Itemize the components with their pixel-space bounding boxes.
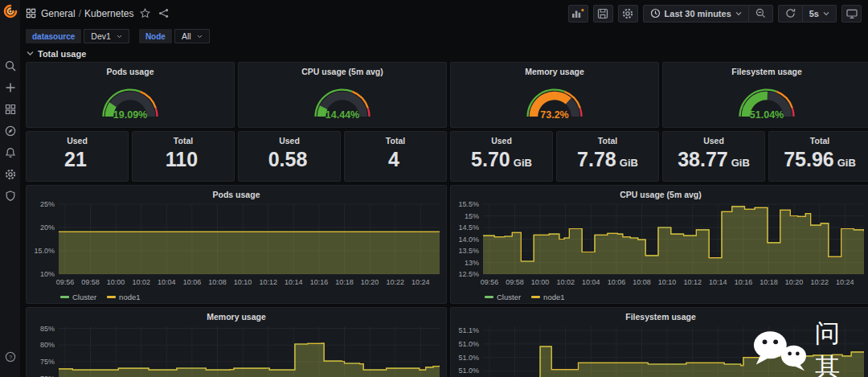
chevron-down-icon bbox=[117, 35, 122, 39]
panel-title[interactable]: Used bbox=[663, 132, 764, 145]
svg-text:51.0%: 51.0% bbox=[458, 367, 479, 375]
svg-text:73.2%: 73.2% bbox=[540, 109, 568, 121]
stat-value: 38.77GiB bbox=[663, 145, 764, 181]
panel-title[interactable]: Total bbox=[345, 132, 446, 145]
navbar: General / Kubernetes Last 30 minutes bbox=[20, 0, 868, 27]
svg-text:14.5%: 14.5% bbox=[458, 223, 479, 232]
panel-memory-usage-chart: Memory usage 85%80%75%70%09:5609:5810:00… bbox=[26, 307, 447, 377]
panel-title[interactable]: Total bbox=[769, 132, 868, 145]
svg-text:09:58: 09:58 bbox=[506, 278, 524, 286]
chart-row-2: Memory usage 85%80%75%70%09:5609:5810:00… bbox=[26, 307, 868, 377]
stat-value: 21 bbox=[27, 145, 128, 181]
cpu-usage-chart[interactable]: 15.5%15%14.5%14.0%13.5%13%12.5%09:5609:5… bbox=[451, 199, 868, 291]
svg-text:10:12: 10:12 bbox=[683, 278, 702, 286]
alerting-bell-icon[interactable] bbox=[0, 141, 20, 163]
time-controls: Last 30 minutes bbox=[643, 5, 773, 23]
explore-compass-icon[interactable] bbox=[0, 120, 20, 141]
create-plus-icon[interactable] bbox=[0, 76, 20, 98]
svg-text:51.0%: 51.0% bbox=[458, 354, 479, 362]
clock-icon bbox=[650, 8, 661, 18]
variable-node-select[interactable]: All bbox=[174, 29, 210, 43]
chart-legend: Clusternode1 bbox=[451, 291, 868, 302]
panel-title[interactable]: Used bbox=[27, 132, 128, 145]
search-icon[interactable] bbox=[0, 55, 20, 76]
panel-pods-usage-chart: Pods usage 25%20%15.0%10%09:5609:5810:00… bbox=[26, 185, 447, 304]
legend-item[interactable]: node1 bbox=[107, 293, 140, 301]
add-panel-icon[interactable] bbox=[568, 5, 588, 23]
panel-title[interactable]: Used bbox=[451, 132, 552, 145]
refresh-icon[interactable] bbox=[778, 5, 803, 23]
grafana-logo-icon[interactable] bbox=[3, 4, 18, 22]
refresh-controls: 5s bbox=[778, 5, 837, 23]
variable-datasource-select[interactable]: Dev1 bbox=[84, 29, 129, 43]
panel-title[interactable]: Total bbox=[557, 132, 658, 145]
stat-row: Used21 Total110 Used0.58 Total4 Used5.70… bbox=[26, 131, 868, 182]
star-icon[interactable] bbox=[138, 6, 152, 20]
dashboard-settings-gear-icon[interactable] bbox=[618, 5, 638, 23]
breadcrumb-folder[interactable]: General bbox=[41, 8, 76, 19]
panel-pods-total-stat: Total110 bbox=[132, 131, 235, 182]
configuration-gear-icon[interactable] bbox=[0, 163, 20, 185]
filesystem-usage-gauge: 51.04% bbox=[663, 76, 868, 123]
wechat-watermark: 问其 bbox=[752, 317, 868, 377]
panel-title[interactable]: Pods usage bbox=[27, 186, 446, 199]
svg-text:51.04%: 51.04% bbox=[750, 109, 784, 121]
memory-usage-chart[interactable]: 85%80%75%70%09:5609:5810:0010:0210:0410:… bbox=[27, 322, 446, 377]
svg-text:10:22: 10:22 bbox=[810, 278, 829, 286]
dashboard-grid: Pods usage 19.09% CPU usage (5m avg) 14.… bbox=[20, 62, 868, 377]
svg-text:10:14: 10:14 bbox=[709, 278, 727, 286]
svg-text:70%: 70% bbox=[40, 375, 55, 377]
row-total-usage[interactable]: Total usage bbox=[20, 45, 868, 62]
gauge-row: Pods usage 19.09% CPU usage (5m avg) 14.… bbox=[26, 62, 868, 128]
dashboards-grid-icon[interactable] bbox=[0, 98, 20, 120]
svg-text:09:56: 09:56 bbox=[481, 278, 499, 286]
stat-value: 4 bbox=[345, 145, 446, 181]
chevron-down-icon bbox=[27, 51, 34, 56]
panel-title[interactable]: Memory usage bbox=[451, 63, 658, 76]
svg-text:51.0%: 51.0% bbox=[458, 340, 479, 348]
share-icon[interactable] bbox=[157, 6, 170, 20]
stat-value: 0.58 bbox=[239, 145, 340, 181]
refresh-interval-picker[interactable]: 5s bbox=[803, 5, 837, 23]
panel-title[interactable]: Pods usage bbox=[27, 63, 234, 76]
svg-text:25%: 25% bbox=[40, 200, 55, 208]
stat-value: 5.70GiB bbox=[451, 145, 552, 181]
panel-title[interactable]: Filesystem usage bbox=[663, 63, 868, 76]
panel-title[interactable]: Total bbox=[133, 132, 234, 145]
svg-text:10:02: 10:02 bbox=[556, 278, 575, 286]
variable-node-label: Node bbox=[139, 29, 172, 43]
server-admin-shield-icon[interactable] bbox=[0, 185, 20, 207]
breadcrumb-title[interactable]: Kubernetes bbox=[84, 8, 133, 19]
time-range-picker[interactable]: Last 30 minutes bbox=[643, 5, 749, 23]
svg-text:10:20: 10:20 bbox=[361, 278, 379, 286]
svg-text:14.44%: 14.44% bbox=[326, 109, 359, 121]
breadcrumb: General / Kubernetes bbox=[41, 8, 133, 19]
svg-text:15.5%: 15.5% bbox=[458, 200, 479, 208]
panel-title[interactable]: Used bbox=[239, 132, 340, 145]
panel-filesystem-total-stat: Total75.96GiB bbox=[768, 131, 868, 182]
stat-value: 110 bbox=[133, 145, 234, 181]
watermark-text: 问其 bbox=[815, 317, 868, 377]
tv-kiosk-mode-icon[interactable] bbox=[841, 5, 862, 23]
svg-text:10:24: 10:24 bbox=[836, 278, 854, 286]
legend-item[interactable]: Cluster bbox=[60, 293, 96, 301]
legend-item[interactable]: Cluster bbox=[485, 293, 521, 301]
svg-text:80%: 80% bbox=[40, 341, 55, 349]
help-icon[interactable]: ? bbox=[0, 346, 20, 367]
svg-text:20%: 20% bbox=[40, 223, 55, 232]
svg-text:10:04: 10:04 bbox=[158, 278, 176, 286]
panel-title[interactable]: Memory usage bbox=[27, 308, 446, 322]
row-title-label: Total usage bbox=[38, 49, 86, 59]
sidebar: ? bbox=[0, 0, 20, 377]
pods-usage-chart[interactable]: 25%20%15.0%10%09:5609:5810:0010:0210:041… bbox=[27, 199, 446, 291]
panel-title[interactable]: CPU usage (5m avg) bbox=[239, 63, 446, 76]
svg-text:10:10: 10:10 bbox=[658, 278, 677, 286]
svg-text:10:08: 10:08 bbox=[633, 278, 651, 286]
legend-item[interactable]: node1 bbox=[531, 293, 564, 301]
variable-datasource: datasource Dev1 bbox=[26, 29, 129, 43]
save-dashboard-icon[interactable] bbox=[593, 5, 613, 23]
panel-title[interactable]: CPU usage (5m avg) bbox=[451, 186, 868, 199]
panel-cpu-usage-chart: CPU usage (5m avg) 15.5%15%14.5%14.0%13.… bbox=[450, 185, 868, 304]
zoom-out-icon[interactable] bbox=[749, 5, 773, 23]
svg-text:14.0%: 14.0% bbox=[458, 236, 479, 244]
